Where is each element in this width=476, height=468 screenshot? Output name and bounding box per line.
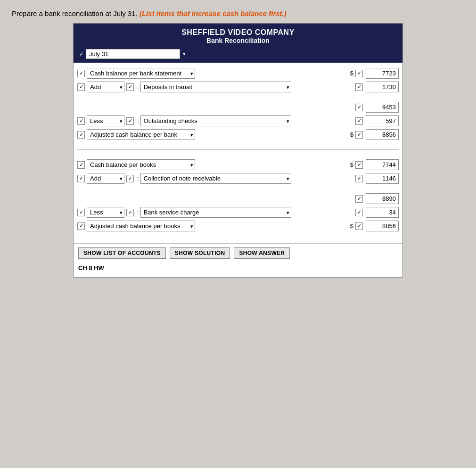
bank-main-amount-input[interactable] xyxy=(366,68,399,79)
books-adjusted-label-select[interactable]: Adjusted cash balance per books xyxy=(87,221,195,231)
books-main-dollar: $ xyxy=(350,161,353,168)
bank-main-check[interactable] xyxy=(77,70,85,77)
books-subtotal-amount-col xyxy=(355,193,399,204)
instruction-text: Prepare a bank reconciliation at July 31… xyxy=(12,9,464,17)
section-divider xyxy=(77,149,399,150)
books-less-check1[interactable] xyxy=(77,209,85,216)
instruction-italic: (List items that increase cash balance f… xyxy=(140,9,287,17)
bank-adjusted-label-wrapper[interactable]: Adjusted cash balance per bank xyxy=(87,129,195,140)
bank-main-dollar: $ xyxy=(350,70,353,77)
books-adjusted-amount-input[interactable] xyxy=(366,221,399,231)
show-list-of-accounts-button[interactable]: SHOW LIST OF ACCOUNTS xyxy=(78,247,166,259)
books-add-amount-col xyxy=(355,173,399,184)
books-main-amount-check[interactable] xyxy=(355,161,363,169)
bank-main-row: Cash balance per bank statement $ xyxy=(74,66,402,80)
books-add-amount-check[interactable] xyxy=(355,175,363,182)
books-adjusted-amount-col: $ xyxy=(350,221,399,231)
books-subtotal-row xyxy=(74,192,402,205)
bank-less-colon: : xyxy=(137,117,139,124)
books-main-amount-input[interactable] xyxy=(366,159,399,170)
bank-main-label-select[interactable]: Cash balance per bank statement xyxy=(87,68,195,79)
books-less-amount-col xyxy=(355,207,399,218)
books-less-check2[interactable] xyxy=(126,209,134,216)
books-subtotal-input[interactable] xyxy=(366,193,399,204)
books-less-amount-check[interactable] xyxy=(355,209,363,216)
show-solution-button[interactable]: SHOW SOLUTION xyxy=(170,247,230,259)
books-less-amount-input[interactable] xyxy=(366,207,399,218)
footer-label: CH 8 HW xyxy=(74,263,402,273)
bank-add-desc-wrapper[interactable]: Deposits in transit xyxy=(140,82,291,92)
bank-adjusted-label-select[interactable]: Adjusted cash balance per bank xyxy=(87,129,195,140)
recon-header: SHEFFIELD VIDEO COMPANY Bank Reconciliat… xyxy=(74,24,402,47)
books-subtotal-check[interactable] xyxy=(355,195,363,203)
books-add-colon: : xyxy=(137,175,139,182)
bank-less-desc-wrapper[interactable]: Outstanding checks xyxy=(140,115,291,126)
date-row: ✓ ▾ xyxy=(74,47,402,63)
books-add-desc-wrapper[interactable]: Collection of note receivable xyxy=(140,173,291,184)
books-main-check[interactable] xyxy=(77,161,85,169)
bank-add-amount-check[interactable] xyxy=(355,83,363,91)
books-spacer1 xyxy=(74,185,402,192)
bank-add-check2[interactable] xyxy=(126,83,134,91)
bank-less-amount-check[interactable] xyxy=(355,117,363,125)
bank-subtotal-row xyxy=(74,100,402,114)
bank-adjusted-dollar: $ xyxy=(350,131,353,138)
books-add-label-wrapper[interactable]: Add xyxy=(87,173,124,184)
bank-add-check1[interactable] xyxy=(77,83,85,91)
bank-main-amount-col: $ xyxy=(350,68,399,79)
books-adjusted-check[interactable] xyxy=(77,222,85,230)
books-main-label-select[interactable]: Cash balance per books xyxy=(87,159,195,170)
books-adjusted-amount-check[interactable] xyxy=(355,222,363,230)
middle-spacer xyxy=(74,141,402,148)
bank-add-desc-select[interactable]: Deposits in transit xyxy=(140,82,291,92)
bank-add-amount-col xyxy=(355,82,399,92)
bank-less-label-select[interactable]: Less xyxy=(87,115,124,126)
books-less-row: Less : Bank service charge xyxy=(74,205,402,219)
books-add-desc-select[interactable]: Collection of note receivable xyxy=(140,173,291,184)
bank-adjusted-amount-input[interactable] xyxy=(366,129,399,140)
bank-add-row: Add : Deposits in transit xyxy=(74,80,402,94)
reconciliation-box: SHEFFIELD VIDEO COMPANY Bank Reconciliat… xyxy=(73,23,403,278)
bank-main-label-wrapper[interactable]: Cash balance per bank statement xyxy=(87,68,195,79)
books-main-label-wrapper[interactable]: Cash balance per books xyxy=(87,159,195,170)
books-add-label-select[interactable]: Add xyxy=(87,173,124,184)
bank-add-label-wrapper[interactable]: Add xyxy=(87,82,124,92)
doc-title: Bank Reconciliation xyxy=(74,37,402,44)
bottom-buttons-row: SHOW LIST OF ACCOUNTS SHOW SOLUTION SHOW… xyxy=(74,243,402,263)
books-add-check2[interactable] xyxy=(126,175,134,182)
books-adjusted-label-wrapper[interactable]: Adjusted cash balance per books xyxy=(87,221,195,231)
recon-body: Cash balance per bank statement $ Add xyxy=(74,63,402,277)
date-check-icon: ✓ xyxy=(79,51,84,57)
bank-subtotal-check[interactable] xyxy=(355,104,363,111)
books-add-row: Add : Collection of note receivable xyxy=(74,172,402,185)
middle-spacer2 xyxy=(74,151,402,158)
books-less-desc-select[interactable]: Bank service charge xyxy=(140,207,291,218)
bank-add-label-select[interactable]: Add xyxy=(87,82,124,92)
books-less-label-wrapper[interactable]: Less xyxy=(87,207,124,218)
bank-less-check1[interactable] xyxy=(77,117,85,125)
books-less-colon: : xyxy=(137,209,139,216)
bank-less-amount-input[interactable] xyxy=(366,115,399,126)
bottom-spacer xyxy=(74,233,402,239)
bank-spacer1 xyxy=(74,94,402,100)
books-less-desc-wrapper[interactable]: Bank service charge xyxy=(140,207,291,218)
books-main-amount-col: $ xyxy=(350,159,399,170)
books-add-amount-input[interactable] xyxy=(366,173,399,184)
books-less-label-select[interactable]: Less xyxy=(87,207,124,218)
bank-less-desc-select[interactable]: Outstanding checks xyxy=(140,115,291,126)
date-input[interactable] xyxy=(86,49,180,59)
bank-adjusted-amount-check[interactable] xyxy=(355,131,363,139)
bank-adjusted-amount-col: $ xyxy=(350,129,399,140)
bank-less-check2[interactable] xyxy=(126,117,134,125)
bank-add-amount-input[interactable] xyxy=(366,82,399,92)
books-add-check1[interactable] xyxy=(77,175,85,182)
show-answer-button[interactable]: SHOW ANSWER xyxy=(234,247,290,259)
bank-less-label-wrapper[interactable]: Less xyxy=(87,115,124,126)
bank-less-row: Less : Outstanding checks xyxy=(74,114,402,128)
bank-adjusted-check[interactable] xyxy=(77,131,85,139)
bank-main-amount-check[interactable] xyxy=(355,70,363,77)
date-dropdown-icon[interactable]: ▾ xyxy=(183,51,186,57)
bank-adjusted-row: Adjusted cash balance per bank $ xyxy=(74,128,402,141)
books-adjusted-dollar: $ xyxy=(350,222,353,230)
bank-subtotal-input[interactable] xyxy=(366,102,399,113)
